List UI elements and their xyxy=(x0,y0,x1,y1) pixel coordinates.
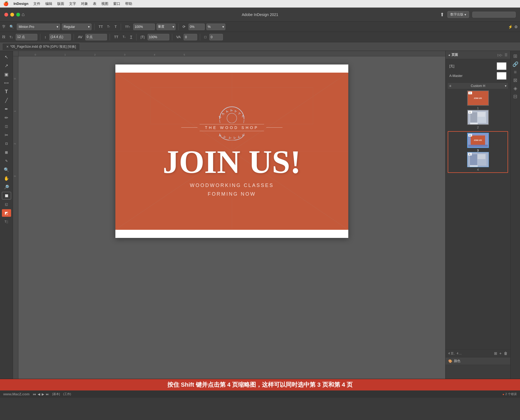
menu-indesign[interactable]: InDesign xyxy=(14,2,28,6)
maximize-button[interactable] xyxy=(16,13,20,17)
size-unit-dropdown[interactable]: 量度 ▾ xyxy=(157,24,176,30)
size-up-icon[interactable]: TT↑ xyxy=(124,25,132,29)
gradient-tool[interactable]: ▦ xyxy=(2,148,11,156)
kerning-input[interactable]: 0 点 xyxy=(85,34,107,40)
a-master-item[interactable]: A-Master xyxy=(448,71,508,81)
next-page-button[interactable]: ▶ xyxy=(42,392,44,396)
page-4-thumb[interactable]: A xyxy=(467,152,489,167)
stroke-icon[interactable]: ≡ xyxy=(514,69,517,75)
none-master-item[interactable]: [无] xyxy=(448,61,508,71)
free-transform-tool[interactable]: ⊡ xyxy=(2,140,11,147)
page-3-thumb[interactable]: JOIN US! A xyxy=(467,133,489,148)
rotation-unit[interactable]: % ▾ xyxy=(206,24,225,30)
menu-file[interactable]: 文件 xyxy=(33,1,40,6)
home-icon[interactable]: ⌂ xyxy=(22,12,25,17)
tt-style-3[interactable]: T xyxy=(129,34,134,40)
font-style-select[interactable]: Regular ▾ xyxy=(62,24,92,30)
new-page-icon[interactable]: + xyxy=(499,351,502,356)
menu-edit[interactable]: 编辑 xyxy=(45,1,52,6)
text-frame-tool[interactable]: T░ xyxy=(2,218,11,225)
font-search-icon[interactable]: 🔍 xyxy=(8,24,15,29)
hand-tool[interactable]: ✋ xyxy=(2,175,11,182)
panel-menu-icon[interactable]: ☰ xyxy=(505,53,508,57)
box-icon[interactable]: □ xyxy=(203,34,208,40)
gap-tool[interactable]: ⟺ xyxy=(2,79,11,87)
prev-page-button[interactable]: ◀ xyxy=(38,392,40,396)
apple-menu[interactable]: 🍎 xyxy=(3,1,9,6)
panel-header-icons: ▷▷ ☰ xyxy=(498,53,508,57)
menu-table[interactable]: 表 xyxy=(93,1,96,6)
pencil-tool[interactable]: ✏ xyxy=(2,114,11,121)
line-tool[interactable]: ╱ xyxy=(2,96,11,104)
zoom-tool[interactable]: 🔎 xyxy=(2,183,11,191)
menu-object[interactable]: 对象 xyxy=(81,1,88,6)
panel-expand-icon[interactable]: ▷▷ xyxy=(498,53,502,57)
direct-select-tool[interactable]: ↗ xyxy=(2,62,11,69)
layers-icon[interactable]: ⊟ xyxy=(513,93,517,99)
eyedropper-tool[interactable]: 🔍 xyxy=(2,166,11,173)
menu-layout[interactable]: 版面 xyxy=(57,1,64,6)
note-tool[interactable]: ✎ xyxy=(2,157,11,165)
canvas-area: 0 1 2 3 4 5 0 1 2 3 xyxy=(13,51,445,379)
close-button[interactable] xyxy=(4,13,8,17)
font-family-select[interactable]: Minion Pro ▾ xyxy=(17,24,60,30)
right-panels: ◂ 页面 ▷▷ ☰ [无] A-Master xyxy=(445,51,510,379)
scissors-tool[interactable]: ✂ xyxy=(2,131,11,139)
page-tool[interactable]: ▣ xyxy=(2,70,11,78)
lightning-icon[interactable]: ⚡ xyxy=(508,25,513,29)
settings-icon[interactable]: ⚙ xyxy=(514,25,518,29)
error-indicator[interactable]: ● 2 个错误 xyxy=(502,392,517,396)
color-swatch-tool[interactable]: ◫ xyxy=(2,122,11,130)
effects-icon[interactable]: ◈ xyxy=(514,85,517,91)
type-tool[interactable]: T xyxy=(2,88,11,95)
expand-arrow-icon[interactable]: ◂ xyxy=(448,53,450,57)
minimize-button[interactable] xyxy=(10,13,14,17)
scale-v-input[interactable]: 100% xyxy=(148,34,169,40)
active-color-tool[interactable]: ◩ xyxy=(2,209,11,217)
digital-publish-button[interactable]: 数字出版 ▾ xyxy=(447,11,469,18)
leading-input[interactable]: (14.4 点) xyxy=(49,34,71,40)
kerning-icon[interactable]: AV xyxy=(77,34,84,40)
close-tab-icon[interactable]: ✕ xyxy=(6,45,9,49)
first-page-button[interactable]: ⏮ xyxy=(33,392,36,396)
select-tool[interactable]: ↖ xyxy=(2,53,11,61)
svg-point-9 xyxy=(227,113,237,123)
outer-right-panels: ◂ 页面 ▷▷ ☰ [无] A-Master xyxy=(445,51,520,379)
pen-tool[interactable]: ✒ xyxy=(2,105,11,113)
custom-h-dropdown[interactable]: ▾ xyxy=(505,84,506,88)
va-input[interactable]: 0 xyxy=(184,34,197,40)
swatches-icon[interactable]: ⊠ xyxy=(513,77,517,83)
font-size-input[interactable]: 100% xyxy=(133,24,155,30)
rotation-input[interactable]: 0% xyxy=(188,24,205,30)
font-size-icon[interactable]: T↕ xyxy=(8,35,14,39)
menu-view[interactable]: 视图 xyxy=(101,1,108,6)
menu-window[interactable]: 窗口 xyxy=(113,1,120,6)
tt-button-1[interactable]: TT xyxy=(97,24,104,29)
page-2-thumb[interactable]: A xyxy=(467,110,489,125)
right-value-input[interactable]: 0 xyxy=(209,34,223,40)
menu-help[interactable]: 帮助 xyxy=(125,1,132,6)
new-page-from-master-icon[interactable]: ⊞ xyxy=(494,351,497,356)
tt-button-2[interactable]: T↑ xyxy=(106,25,112,29)
menu-text[interactable]: 文字 xyxy=(69,1,76,6)
share-icon[interactable]: ⬆ xyxy=(440,12,444,18)
va-icon[interactable]: VA xyxy=(175,34,182,40)
links-icon[interactable]: 🔗 xyxy=(512,61,518,67)
status-bar: 按住 Shift 键并点击第 4 页缩略图，这样可以同时选中第 3 页和第 4 … xyxy=(0,379,520,398)
left-toolbox: ↖ ↗ ▣ ⟺ T ╱ ✒ ✏ ◫ ✂ ⊡ ▦ ✎ 🔍 ✋ 🔎 ⬜ ◱ ◩ T░ xyxy=(0,51,13,379)
document-tab[interactable]: ✕ *05_PageSize.indd @ 97% [GPU 预览] [转换] xyxy=(2,43,80,50)
leading-icon[interactable]: ↕ xyxy=(43,34,48,40)
tt-style-1[interactable]: TT xyxy=(113,34,120,40)
page-1-thumb[interactable]: JOIN US! A xyxy=(467,91,489,106)
tt-style-2[interactable]: T↓ xyxy=(121,35,127,39)
search-input-title[interactable] xyxy=(472,12,516,18)
rotation-icon[interactable]: ⟳ xyxy=(181,24,187,29)
last-page-button[interactable]: ⏭ xyxy=(46,392,49,396)
preview-tool[interactable]: ⬜ xyxy=(2,192,11,199)
tt-button-3[interactable]: T xyxy=(113,24,118,29)
properties-icon[interactable]: ⊞ xyxy=(513,53,517,59)
mode-toggle[interactable]: ◱ xyxy=(2,201,11,208)
delete-page-icon[interactable]: 🗑 xyxy=(504,351,508,356)
scale-v-icon[interactable]: |T| xyxy=(139,34,146,40)
point-size-input[interactable]: 12 点 xyxy=(16,34,37,40)
